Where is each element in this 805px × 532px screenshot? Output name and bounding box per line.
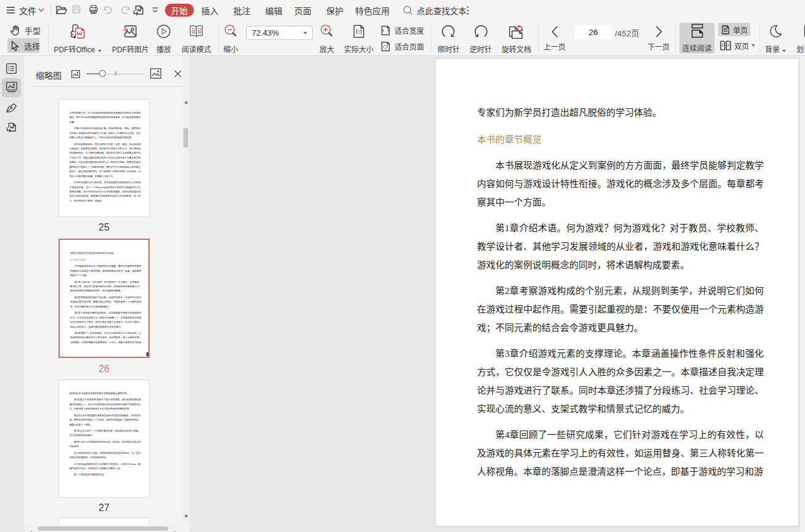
scroll-down-arrow-icon[interactable] bbox=[184, 510, 188, 521]
wps-pdf-window: 文件 开始插入批注编辑页面保护特色应用 点此查找文本 bbox=[0, 0, 805, 532]
scroll-left-arrow-icon[interactable] bbox=[28, 526, 32, 532]
thumbnail-item-partial[interactable] bbox=[59, 518, 149, 525]
menu-tab-7[interactable]: 特色应用 bbox=[355, 0, 390, 20]
select-tool-button[interactable]: 选择 bbox=[7, 38, 39, 53]
page-number-input[interactable]: 26 bbox=[575, 25, 612, 39]
actual-size-button[interactable]: 实际大小 bbox=[342, 24, 376, 54]
menu-tab-1[interactable]: 开始 bbox=[165, 4, 194, 17]
word-translate-button-partial[interactable]: 划词翻译 bbox=[796, 24, 805, 54]
previous-page-label: 上一页 bbox=[543, 41, 566, 52]
search-options-kebab-icon[interactable] bbox=[467, 6, 469, 15]
fit-page-label: 适合页面 bbox=[394, 41, 424, 52]
menu-tab-5[interactable]: 页面 bbox=[294, 0, 311, 20]
rotate-document-icon bbox=[509, 24, 524, 41]
pdf-to-image-label: PDF转图片 bbox=[112, 44, 149, 54]
export-word-small-icon bbox=[6, 121, 17, 135]
rotate-clockwise-button[interactable]: 顺时针 bbox=[434, 24, 463, 54]
left-icon-strip bbox=[0, 56, 24, 532]
close-panel-icon[interactable] bbox=[174, 69, 182, 80]
background-moon-icon bbox=[768, 24, 783, 41]
hand-tool-label: 手型 bbox=[25, 25, 41, 36]
menu-tab-2[interactable]: 插入 bbox=[201, 0, 218, 20]
page-text-column: 习环境的媒介时，为了表述这种将游戏的技术和概念迁移到学习环境的做法，用产业们自发… bbox=[70, 111, 141, 204]
sidebar-annotation-button[interactable] bbox=[2, 100, 21, 119]
thumbnail-item-25[interactable]: 习环境的媒介时，为了表述这种将游戏的技术和概念迁移到学习环境的做法，用产业们自发… bbox=[59, 100, 149, 233]
rotate-counterclockwise-button[interactable]: 逆时针 bbox=[466, 24, 495, 54]
export-word-icon[interactable] bbox=[132, 4, 144, 16]
file-menu-chevron-icon[interactable] bbox=[38, 8, 44, 12]
fit-page-icon bbox=[380, 41, 391, 52]
hand-tool-button[interactable]: 手型 bbox=[7, 23, 39, 38]
scroll-up-arrow-icon[interactable] bbox=[184, 95, 188, 106]
sidebar-outline-button[interactable] bbox=[2, 60, 21, 79]
pdf-to-image-button[interactable]: PDF转图片 bbox=[111, 24, 150, 54]
collapse-toolbar-icon[interactable] bbox=[151, 7, 159, 13]
redo-icon[interactable] bbox=[121, 6, 130, 14]
reading-mode-button[interactable]: 阅读模式 bbox=[179, 24, 214, 54]
thumbnail-page-26[interactable]: 专家们为新学员打造出超凡脱俗的学习体验。本书的章节概览本书展现游戏化从定义到案例… bbox=[58, 239, 150, 358]
pdf-to-office-caret-icon bbox=[98, 50, 102, 52]
search-input[interactable]: 点此查找文本 bbox=[417, 0, 467, 20]
fit-page-button[interactable]: 适合页面 bbox=[380, 39, 430, 54]
actual-size-label: 实际大小 bbox=[344, 44, 374, 54]
save-icon[interactable] bbox=[72, 5, 81, 14]
sidebar-export-button[interactable] bbox=[2, 119, 21, 138]
single-page-button[interactable]: 单页 bbox=[718, 23, 750, 36]
open-file-icon[interactable] bbox=[56, 6, 67, 15]
menu-tab-6[interactable]: 保护 bbox=[326, 0, 343, 20]
menu-tab-4[interactable]: 编辑 bbox=[265, 0, 282, 20]
play-button[interactable]: 播放 bbox=[148, 24, 180, 54]
document-scrollbar[interactable] bbox=[800, 56, 805, 532]
zoom-in-button[interactable]: 放大 bbox=[316, 24, 338, 54]
next-page-button[interactable]: 下一页 bbox=[646, 24, 671, 52]
thumbnail-size-slider-track-right[interactable] bbox=[106, 74, 145, 74]
thumbnail-item-27[interactable]: 戏化将在学习和教学领域的实践中发挥越来越重要的作用。第5章着力介绍游戏化进程中千… bbox=[59, 380, 149, 514]
scroll-right-arrow-icon[interactable] bbox=[174, 526, 178, 532]
print-icon[interactable] bbox=[89, 5, 98, 14]
zoom-select-caret-icon bbox=[303, 32, 307, 34]
thumbnail-page-number: 26 bbox=[59, 363, 149, 375]
body-paragraph: 第2章考察游戏构成的个别元素，从规则到美学，并说明它们如何在游戏过程中起作用。需… bbox=[70, 295, 142, 309]
search-icon[interactable] bbox=[403, 6, 413, 15]
page-text-column: 戏化将在学习和教学领域的实践中发挥越来越重要的作用。第5章着力介绍游戏化进程中千… bbox=[70, 391, 141, 477]
menubar: 文件 开始插入批注编辑页面保护特色应用 点此查找文本 bbox=[0, 0, 805, 20]
pdf-to-office-button[interactable]: PDF转Office bbox=[54, 24, 102, 54]
continuous-reading-button[interactable]: 连续阅读 bbox=[679, 23, 715, 54]
previous-page-button[interactable]: 上一页 bbox=[542, 24, 567, 52]
sidebar-thumbnail-button[interactable] bbox=[2, 78, 21, 97]
thumbnail-item-26[interactable]: 专家们为新学员打造出超凡脱俗的学习体验。本书的章节概览本书展现游戏化从定义到案例… bbox=[59, 239, 149, 375]
h-scrollbar-thumb[interactable] bbox=[38, 526, 168, 531]
body-paragraph: 第4章回顾了一些研究成果，它们针对游戏在学习上的有效性，以及游戏的具体元素在学习… bbox=[70, 331, 142, 344]
body-paragraph: 不要以为游戏化仅仅是肤浅之事，实际的情况是，相反，要考虑将学员带入进程前沿的不容… bbox=[70, 126, 141, 140]
slider-midpoint-tick bbox=[115, 71, 116, 76]
hamburger-menu-icon[interactable] bbox=[7, 6, 15, 14]
body-paragraph: 第一个案例是我们熟悉的实战。 bbox=[70, 473, 141, 477]
thumbnail-mini-content: 习环境的媒介时，为了表述这种将游戏的技术和概念迁移到学习环境的做法，用产业们自发… bbox=[59, 100, 149, 216]
thumbnail-page-27[interactable]: 戏化将在学习和教学领域的实践中发挥越来越重要的作用。第5章着力介绍游戏化进程中千… bbox=[59, 380, 149, 497]
body-paragraph: 本书展现游戏化从定义到案例的方方面面，最终学员能够判定教学内容如何与游戏设计特性… bbox=[70, 264, 142, 277]
panel-horizontal-scrollbar[interactable] bbox=[24, 525, 182, 532]
fit-width-button[interactable]: 适合宽度 bbox=[380, 23, 430, 38]
rotate-counterclockwise-icon bbox=[473, 24, 488, 41]
ribbon-separator bbox=[218, 23, 219, 52]
thumbnail-corner-handle[interactable] bbox=[146, 352, 150, 356]
file-menu[interactable]: 文件 bbox=[19, 0, 36, 20]
thumbnail-size-slider-handle[interactable] bbox=[99, 70, 106, 77]
pen-icon bbox=[6, 103, 17, 116]
v-scrollbar-thumb[interactable] bbox=[183, 128, 188, 148]
background-button[interactable]: 背景 bbox=[763, 24, 788, 54]
page-body: 专家们为新学员打造出超凡脱俗的学习体验。本书的章节概览本书展现游戏化从定义到案例… bbox=[436, 59, 798, 481]
double-page-button[interactable]: 双页 bbox=[718, 38, 756, 53]
body-paragraph: 人们如何看待游戏化学习与传统学习的差异，ADDIE与Scrum，敏捷开发的方法论… bbox=[70, 462, 141, 471]
thumbnail-page-25[interactable]: 习环境的媒介时，为了表述这种将游戏的技术和概念迁移到学习环境的做法，用产业们自发… bbox=[59, 100, 149, 216]
undo-icon[interactable] bbox=[103, 6, 112, 14]
thumbnail-page-partial bbox=[59, 518, 149, 525]
rotate-document-button[interactable]: 旋转文档 bbox=[499, 24, 534, 54]
zoom-out-button[interactable]: 缩小 bbox=[220, 24, 242, 54]
menu-tab-3[interactable]: 批注 bbox=[233, 0, 250, 20]
panel-vertical-scrollbar[interactable] bbox=[182, 56, 190, 525]
thumbnail-larger-icon[interactable] bbox=[150, 68, 161, 81]
pdf-to-office-label: PDF转Office bbox=[54, 44, 101, 54]
thumbnail-smaller-icon[interactable] bbox=[71, 69, 80, 81]
zoom-level-select[interactable]: 72.43% bbox=[246, 26, 313, 40]
